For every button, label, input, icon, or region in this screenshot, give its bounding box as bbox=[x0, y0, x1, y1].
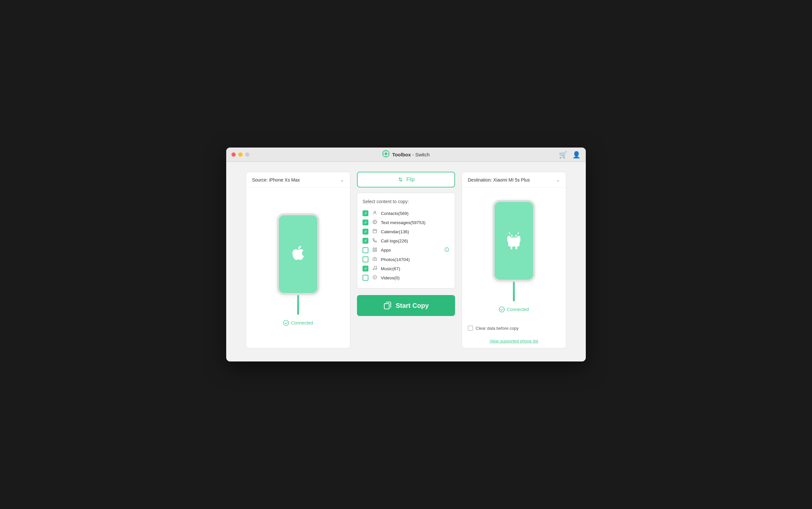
text-messages-label: Text messages(59753) bbox=[381, 220, 449, 225]
content-item-call-logs: Call logs(226) bbox=[363, 236, 449, 245]
svg-point-23 bbox=[375, 268, 377, 270]
svg-point-27 bbox=[511, 235, 513, 237]
content-item-videos: Videos(0) bbox=[363, 273, 449, 282]
destination-connected-status: Connected bbox=[499, 307, 529, 312]
destination-phone-container: Connected bbox=[493, 188, 535, 321]
svg-rect-10 bbox=[373, 230, 376, 233]
flip-button[interactable]: Flip bbox=[357, 172, 455, 188]
source-phone-logo bbox=[290, 244, 307, 264]
destination-label: Destination: Xiaomi MI 5s Plus bbox=[468, 177, 530, 182]
destination-panel: Destination: Xiaomi MI 5s Plus ⌄ bbox=[462, 172, 566, 348]
middle-panel: Flip Select content to copy: Contacts(56… bbox=[357, 172, 455, 316]
text-messages-icon bbox=[372, 219, 377, 226]
maximize-button[interactable] bbox=[245, 152, 249, 157]
source-phone-wrap bbox=[277, 213, 319, 315]
cart-icon[interactable]: 🛒 bbox=[559, 151, 567, 159]
apps-icon bbox=[372, 247, 377, 253]
destination-connected-text: Connected bbox=[507, 307, 529, 312]
start-copy-label: Start Copy bbox=[396, 302, 429, 309]
close-button[interactable] bbox=[231, 152, 236, 157]
checkbox-text-messages[interactable] bbox=[363, 219, 368, 226]
destination-phone-logo bbox=[504, 231, 524, 250]
content-item-calendar: Calendar(136) bbox=[363, 227, 449, 236]
checkbox-call-logs[interactable] bbox=[363, 238, 368, 244]
user-icon[interactable]: 👤 bbox=[573, 151, 581, 159]
content-item-photos: Photos(14704) bbox=[363, 255, 449, 264]
flip-label: Flip bbox=[406, 177, 415, 182]
call-logs-icon bbox=[372, 238, 377, 244]
destination-phone-body bbox=[493, 200, 535, 282]
svg-rect-14 bbox=[373, 248, 374, 249]
contacts-icon bbox=[372, 210, 377, 216]
svg-rect-15 bbox=[375, 248, 376, 249]
content-item-text-messages: Text messages(59753) bbox=[363, 218, 449, 227]
destination-phone-screen bbox=[494, 202, 533, 280]
apps-info-icon[interactable] bbox=[444, 247, 449, 253]
view-supported-link[interactable]: View supported phone list bbox=[490, 339, 539, 343]
source-header[interactable]: Source: iPhone Xs Max ⌄ bbox=[246, 172, 350, 188]
clear-data-row: Clear data before copy bbox=[468, 326, 560, 331]
calendar-label: Calendar(136) bbox=[381, 229, 449, 234]
view-supported-row: View supported phone list bbox=[484, 335, 544, 348]
apps-label: Apps bbox=[381, 248, 441, 252]
svg-point-1 bbox=[385, 152, 387, 155]
destination-dropdown-icon[interactable]: ⌄ bbox=[556, 177, 560, 183]
calendar-icon bbox=[372, 229, 377, 235]
svg-point-29 bbox=[499, 307, 505, 312]
source-dropdown-icon[interactable]: ⌄ bbox=[340, 177, 344, 183]
source-connected-status: Connected bbox=[283, 320, 313, 326]
music-label: Music(67) bbox=[381, 266, 449, 271]
content-item-contacts: Contacts(569) bbox=[363, 209, 449, 218]
svg-point-7 bbox=[374, 211, 376, 213]
flip-icon bbox=[397, 176, 404, 183]
svg-point-6 bbox=[284, 320, 289, 326]
source-connected-icon bbox=[283, 320, 289, 326]
videos-icon bbox=[372, 275, 377, 281]
destination-cable bbox=[513, 282, 515, 301]
svg-point-21 bbox=[374, 259, 375, 260]
checkbox-contacts[interactable] bbox=[363, 210, 368, 216]
music-icon bbox=[372, 266, 377, 272]
source-panel: Source: iPhone Xs Max ⌄ bbox=[246, 172, 350, 348]
titlebar-title: Toolbox - Switch bbox=[382, 150, 430, 159]
start-copy-icon bbox=[383, 301, 392, 310]
source-phone-screen bbox=[279, 215, 318, 293]
destination-phone-wrap bbox=[493, 200, 535, 301]
checkbox-apps[interactable] bbox=[363, 247, 368, 253]
photos-icon bbox=[372, 257, 377, 262]
svg-marker-25 bbox=[374, 276, 376, 278]
svg-point-28 bbox=[515, 235, 517, 237]
svg-rect-16 bbox=[373, 250, 374, 251]
checkbox-videos[interactable] bbox=[363, 275, 368, 281]
videos-label: Videos(0) bbox=[381, 275, 449, 280]
content-select-title: Select content to copy: bbox=[363, 199, 449, 204]
svg-rect-26 bbox=[384, 304, 389, 309]
checkbox-music[interactable] bbox=[363, 266, 368, 272]
source-connected-text: Connected bbox=[291, 320, 313, 326]
app-title: Toolbox - Switch bbox=[392, 152, 430, 157]
main-content: Source: iPhone Xs Max ⌄ bbox=[226, 162, 586, 362]
titlebar-action-icons: 🛒 👤 bbox=[559, 151, 581, 159]
photos-label: Photos(14704) bbox=[381, 257, 449, 262]
app-logo-icon bbox=[382, 150, 390, 159]
destination-footer: Clear data before copy bbox=[462, 321, 566, 335]
clear-data-label: Clear data before copy bbox=[476, 326, 519, 331]
content-select-box: Select content to copy: Contacts(569) Te… bbox=[357, 193, 455, 289]
contacts-label: Contacts(569) bbox=[381, 211, 449, 216]
checkbox-calendar[interactable] bbox=[363, 229, 368, 235]
source-label: Source: iPhone Xs Max bbox=[252, 177, 300, 182]
destination-header[interactable]: Destination: Xiaomi MI 5s Plus ⌄ bbox=[462, 172, 566, 188]
svg-rect-17 bbox=[375, 250, 376, 251]
clear-data-checkbox[interactable] bbox=[468, 326, 473, 331]
start-copy-button[interactable]: Start Copy bbox=[357, 295, 455, 316]
titlebar: Toolbox - Switch 🛒 👤 bbox=[226, 147, 586, 162]
destination-connected-icon bbox=[499, 307, 505, 312]
source-cable bbox=[297, 295, 299, 315]
content-item-music: Music(67) bbox=[363, 264, 449, 273]
checkbox-photos[interactable] bbox=[363, 257, 368, 262]
traffic-lights bbox=[231, 152, 249, 157]
call-logs-label: Call logs(226) bbox=[381, 238, 449, 243]
minimize-button[interactable] bbox=[238, 152, 243, 157]
app-window: Toolbox - Switch 🛒 👤 Source: iPhone Xs M… bbox=[226, 147, 586, 362]
content-item-apps: Apps bbox=[363, 245, 449, 255]
